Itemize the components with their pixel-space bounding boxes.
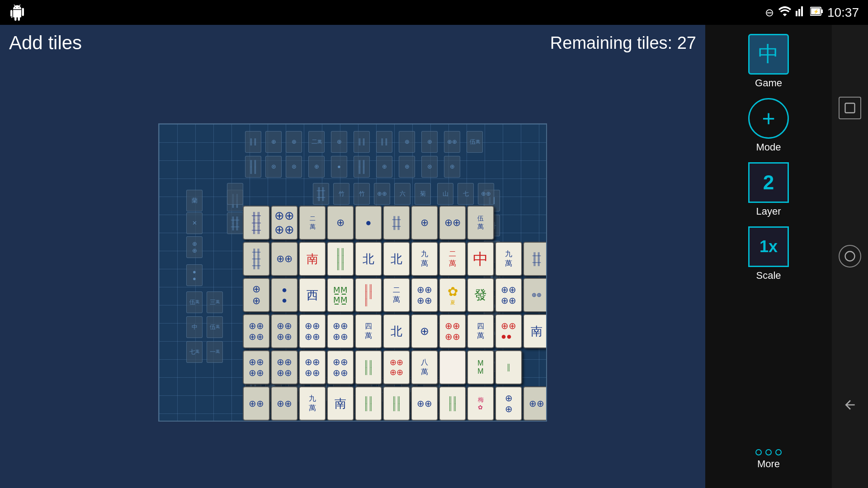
- bg-tile: 山: [437, 183, 453, 205]
- table-row[interactable]: 北: [383, 242, 410, 276]
- grid-container: ║║ ⊕ ⊕ 二萬 ⊕ ║║ ║║ ⊕ ⊕ ⊕⊕ 伍萬 ║║║║ ⊛ ⊛ ⊕: [0, 56, 705, 488]
- table-row[interactable]: 九萬: [495, 242, 522, 276]
- table-row[interactable]: ╫╫╫╫: [523, 242, 547, 276]
- table-row[interactable]: ⊕⊕: [411, 386, 438, 421]
- layer-button[interactable]: 2 Layer: [748, 162, 789, 217]
- mode-icon: +: [748, 98, 789, 139]
- bg-tile: ●: [331, 156, 347, 178]
- table-row[interactable]: 南: [327, 386, 354, 421]
- game-grid[interactable]: ║║ ⊕ ⊕ 二萬 ⊕ ║║ ║║ ⊕ ⊕ ⊕⊕ 伍萬 ║║║║ ⊛ ⊛ ⊕: [158, 123, 547, 422]
- table-row[interactable]: 北: [383, 314, 410, 348]
- table-row[interactable]: ⊕⊕⊕⊕: [495, 278, 522, 312]
- remaining-tiles-label: Remaining tiles: 27: [550, 33, 696, 53]
- layer-label: Layer: [756, 206, 781, 217]
- table-row[interactable]: ⊕⊕: [243, 278, 270, 312]
- bg-tile: ⊕: [421, 131, 438, 153]
- table-row[interactable]: ╫╫╫╫: [383, 206, 410, 240]
- bg-tile: ║║║║: [245, 156, 261, 178]
- table-row[interactable]: ⊕⊕: [271, 386, 298, 421]
- table-row[interactable]: MM: [467, 350, 494, 385]
- table-row[interactable]: 伍萬: [467, 206, 494, 240]
- main-content: Add tiles Remaining tiles: 27 ║║ ⊕ ⊕ 二萬 …: [0, 25, 868, 488]
- bg-tile: ╫╫╫╫: [227, 212, 243, 234]
- bg-tile: ⊛: [421, 156, 438, 178]
- tile-row-1: ╫╫╫╫╫╫ ⊕⊕⊕⊕ 二萬 ⊕ ● ╫╫╫╫: [243, 206, 494, 240]
- bg-tile: ⊕⊕: [374, 183, 390, 205]
- table-row[interactable]: 二萬: [439, 242, 466, 276]
- table-row[interactable]: ●: [355, 206, 382, 240]
- table-row[interactable]: ⊕⊕: [439, 206, 466, 240]
- table-row[interactable]: ║║║║: [439, 386, 466, 421]
- svg-text:⚡: ⚡: [813, 9, 819, 14]
- table-row[interactable]: 西: [299, 278, 326, 312]
- table-row[interactable]: ⊕⊕⊕⊕: [299, 314, 326, 348]
- bg-tile: 中: [186, 316, 203, 338]
- bg-tile: 一萬: [207, 341, 223, 363]
- table-row[interactable]: ║║║║: [355, 350, 382, 385]
- circle-nav-button[interactable]: [839, 245, 861, 267]
- table-row[interactable]: 四萬: [355, 314, 382, 348]
- table-row[interactable]: ⊕⊕⊕⊕: [411, 278, 438, 312]
- tile-row-2: ╫╫╫╫╫╫ ⊕⊕ 南 ║║║║║║ 北: [243, 242, 547, 276]
- table-row[interactable]: 八萬: [411, 350, 438, 385]
- table-row[interactable]: ║║║║║║: [327, 242, 354, 276]
- bg-tile: 伍萬: [186, 291, 203, 313]
- game-button[interactable]: 中 Game: [748, 34, 789, 89]
- table-row[interactable]: 南: [523, 314, 547, 348]
- table-row[interactable]: ║: [495, 350, 522, 385]
- table-row[interactable]: 九萬: [299, 386, 326, 421]
- back-nav-button[interactable]: [839, 394, 861, 416]
- table-row[interactable]: ⊕: [411, 314, 438, 348]
- table-row[interactable]: 南: [299, 242, 326, 276]
- table-row[interactable]: 四萬: [467, 314, 494, 348]
- bg-tile: ⊕: [444, 156, 460, 178]
- add-tiles-label: Add tiles: [9, 32, 82, 54]
- table-row[interactable]: ⊕⊕⊕⊕: [327, 350, 354, 385]
- table-row[interactable]: ⊕⊕⊕⊕: [271, 350, 298, 385]
- table-row[interactable]: ⊕⊕⊕⊕: [383, 350, 410, 385]
- square-nav-button[interactable]: [839, 97, 861, 119]
- table-row[interactable]: [439, 350, 466, 385]
- table-row[interactable]: ⊕⊕⊕⊕: [327, 314, 354, 348]
- table-row[interactable]: ⊕⊕: [243, 386, 270, 421]
- table-row[interactable]: ⊕: [327, 206, 354, 240]
- bg-tile: ║║: [376, 131, 392, 153]
- table-row[interactable]: ⊕⊕⊕⊕: [243, 350, 270, 385]
- svg-rect-1: [821, 9, 823, 13]
- table-row[interactable]: 北: [355, 242, 382, 276]
- table-row[interactable]: ⊕⊕●●: [495, 314, 522, 348]
- table-row[interactable]: ✿ 夏: [439, 278, 466, 312]
- table-row[interactable]: 中: [467, 242, 494, 276]
- bg-tile: 伍萬: [207, 316, 223, 338]
- table-row[interactable]: ║║║║: [355, 386, 382, 421]
- table-row[interactable]: ╫╫╫╫╫╫: [243, 206, 270, 240]
- table-row[interactable]: ⊕⊕: [271, 242, 298, 276]
- table-row[interactable]: ⊕⊕: [495, 386, 522, 421]
- table-row[interactable]: ●●: [271, 278, 298, 312]
- table-row[interactable]: ⊕⊕⊕⊕: [271, 314, 298, 348]
- table-row[interactable]: ⊕⊕: [523, 386, 547, 421]
- table-row[interactable]: ╫╫╫╫╫╫: [243, 242, 270, 276]
- table-row[interactable]: ⊕⊕: [523, 278, 547, 312]
- table-row[interactable]: 梅✿: [467, 386, 494, 421]
- table-row[interactable]: 二萬: [299, 206, 326, 240]
- table-row[interactable]: 二萬: [383, 278, 410, 312]
- more-dots: [755, 449, 782, 455]
- table-row[interactable]: M̲M̲M̲M̲: [327, 278, 354, 312]
- status-bar-right: ⊖ ⚡ 10:37: [765, 5, 859, 20]
- table-row[interactable]: ║║║║: [383, 386, 410, 421]
- table-row[interactable]: ⊕: [411, 206, 438, 240]
- tile-row-5: ⊕⊕⊕⊕ ⊕⊕⊕⊕ ⊕⊕⊕⊕ ⊕⊕⊕⊕ ║║║║: [243, 350, 522, 385]
- table-row[interactable]: ║║║║║: [355, 278, 382, 312]
- table-row[interactable]: ⊕⊕⊕⊕: [243, 314, 270, 348]
- mode-button[interactable]: + Mode: [748, 98, 789, 153]
- table-row[interactable]: ⊕⊕⊕⊕: [439, 314, 466, 348]
- table-row[interactable]: 九萬: [411, 242, 438, 276]
- table-row[interactable]: ⊕⊕⊕⊕: [299, 350, 326, 385]
- scale-button[interactable]: 1x Scale: [748, 226, 789, 282]
- table-row[interactable]: 發: [467, 278, 494, 312]
- dot-2: [765, 449, 772, 455]
- more-button[interactable]: More: [755, 449, 782, 479]
- do-not-disturb-icon: ⊖: [765, 6, 774, 19]
- table-row[interactable]: ⊕⊕⊕⊕: [271, 206, 298, 240]
